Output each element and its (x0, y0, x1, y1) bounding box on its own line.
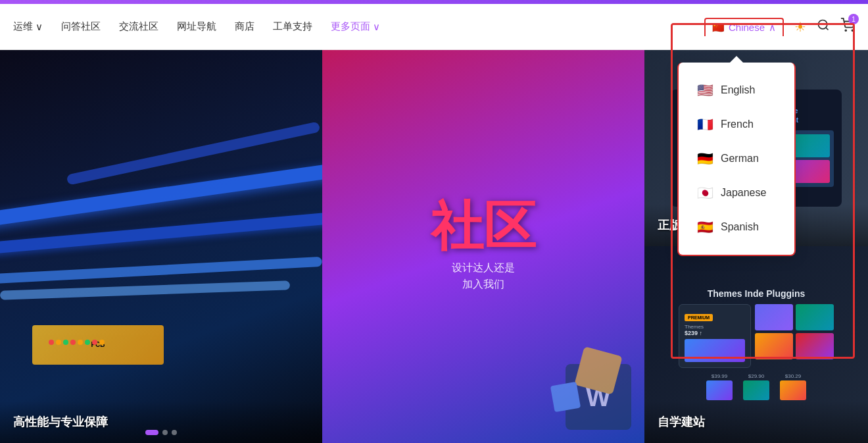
lang-english-label: English (721, 84, 755, 96)
fr-flag-icon: 🇫🇷 (697, 117, 713, 132)
chinese-flag-icon: 🇨🇳 (712, 22, 725, 34)
nav-item-yunwei[interactable]: 运维 ∨ (13, 20, 43, 33)
dot-3[interactable] (172, 430, 177, 435)
lang-japanese-label: Japanese (721, 187, 766, 199)
lang-option-spanish[interactable]: 🇪🇸 Spanish (679, 210, 794, 244)
themes-store-title: 自学建站 (658, 414, 855, 430)
nav-item-qa[interactable]: 问答社区 (61, 20, 101, 33)
dot-1[interactable] (145, 430, 158, 435)
lang-french-label: French (721, 118, 754, 130)
svg-point-2 (845, 30, 846, 31)
pagination-dots (145, 430, 177, 435)
search-button[interactable] (817, 18, 830, 35)
cart-button[interactable]: 1 (840, 18, 855, 36)
theme-toggle-button[interactable]: ☀ (794, 19, 806, 35)
dot-2[interactable] (162, 430, 168, 435)
network-card-overlay: 高性能与专业保障 (0, 401, 322, 443)
navbar: 运维 ∨ 问答社区 交流社区 网址导航 商店 工单支持 更多页面 ∨ 🇨🇳 Ch… (0, 4, 868, 50)
lang-arrow-icon: ∧ (769, 22, 776, 34)
es-flag-icon: 🇪🇸 (697, 219, 713, 235)
lang-german-label: German (721, 153, 759, 165)
svg-line-1 (826, 28, 829, 30)
lang-option-french[interactable]: 🇫🇷 French (679, 107, 794, 142)
community-card[interactable]: 社区 设计达人还是 加入我们 W (322, 50, 644, 443)
lang-label: Chinese (729, 22, 765, 33)
nav-items: 运维 ∨ 问答社区 交流社区 网址导航 商店 工单支持 更多页面 ∨ (13, 20, 704, 33)
nav-item-gengduo[interactable]: 更多页面 ∨ (331, 20, 380, 33)
themes-store-overlay: 自学建站 (644, 401, 868, 443)
chevron-down-icon-more: ∨ (373, 21, 380, 33)
nav-right: 🇨🇳 Chinese ∧ ☀ 1 🇺🇸 English 🇫🇷 (704, 18, 855, 36)
nav-item-wangzhi[interactable]: 网址导航 (177, 20, 216, 33)
nav-item-gongdan[interactable]: 工单支持 (273, 20, 312, 33)
network-card-title: 高性能与专业保障 (13, 414, 309, 430)
lang-spanish-label: Spanish (721, 221, 759, 233)
chevron-down-icon: ∨ (36, 21, 43, 33)
lang-option-german[interactable]: 🇩🇪 German (679, 142, 794, 176)
nav-item-shangdian[interactable]: 商店 (235, 20, 254, 33)
svg-point-3 (852, 30, 853, 31)
svg-point-0 (819, 20, 827, 29)
de-flag-icon: 🇩🇪 (697, 151, 713, 167)
community-big-text: 社区 (431, 200, 536, 253)
jp-flag-icon: 🇯🇵 (697, 185, 713, 201)
lang-option-english[interactable]: 🇺🇸 English (679, 73, 794, 107)
nav-item-jiaoliu[interactable]: 交流社区 (119, 20, 158, 33)
themes-store-card[interactable]: Themes Inde Pluggins PREMIUM Themes $239… (644, 246, 868, 443)
lang-option-japanese[interactable]: 🇯🇵 Japanese (679, 176, 794, 210)
us-flag-icon: 🇺🇸 (697, 82, 713, 98)
lang-dropdown: 🇺🇸 English 🇫🇷 French 🇩🇪 German 🇯🇵 Japane… (677, 63, 796, 256)
lang-selector[interactable]: 🇨🇳 Chinese ∧ (704, 18, 784, 36)
cart-count-badge: 1 (848, 14, 859, 24)
network-card[interactable]: PCB 高性能与专业保障 (0, 50, 322, 443)
